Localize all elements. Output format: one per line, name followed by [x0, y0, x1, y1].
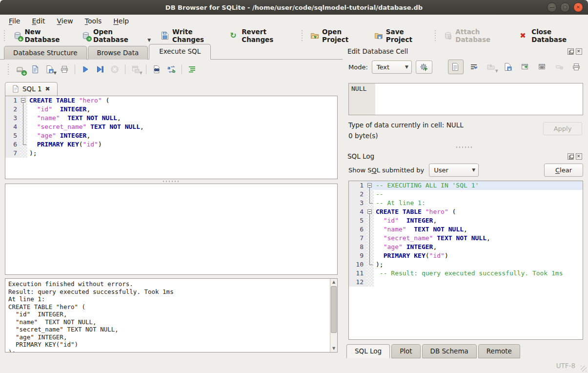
- printer-icon: [572, 62, 581, 71]
- set-link-button[interactable]: [535, 60, 549, 74]
- dock-tab-plot[interactable]: Plot: [391, 344, 420, 358]
- menu-file[interactable]: File: [3, 16, 26, 26]
- line-number: 6: [349, 225, 366, 234]
- menu-help[interactable]: Help: [107, 16, 135, 26]
- float-dock-icon[interactable]: [568, 153, 574, 160]
- dock-tab-remote[interactable]: Remote: [478, 344, 520, 358]
- open-project-button[interactable]: Open Project: [305, 26, 369, 45]
- cell-editor[interactable]: NULL: [348, 83, 583, 115]
- toolbar-drag-handle[interactable]: [301, 30, 304, 41]
- find-icon: [152, 65, 161, 74]
- text-mode-button[interactable]: [448, 60, 464, 74]
- maximize-button[interactable]: ▢: [560, 2, 570, 12]
- line-number: 11: [349, 269, 366, 278]
- word-wrap-button[interactable]: [467, 60, 481, 74]
- minimize-button[interactable]: —: [547, 2, 557, 12]
- execution-message-pane[interactable]: Execution finished without errors. Resul…: [5, 278, 338, 352]
- fold-margin: [366, 190, 374, 199]
- export-file-button[interactable]: [501, 60, 515, 74]
- code-line: 4 "secret_name" TEXT NOT NULL,: [5, 123, 337, 131]
- revert-changes-button[interactable]: ↻Revert Changes: [225, 26, 298, 45]
- auto-format-button[interactable]: [186, 63, 199, 76]
- sql-log-view[interactable]: 1-- EXECUTING ALL IN 'SQL 1'2--3-- At li…: [348, 181, 583, 340]
- fold-collapse-icon[interactable]: [21, 98, 25, 103]
- menu-view[interactable]: View: [51, 16, 79, 26]
- mode-value: Text: [377, 63, 389, 71]
- submitted-by-combobox[interactable]: User ▼: [429, 164, 479, 177]
- save-icon: [161, 31, 169, 40]
- open-database-button[interactable]: ➜Open Database▼: [77, 26, 156, 45]
- save-project-button[interactable]: Save Project: [369, 26, 432, 45]
- mode-combobox[interactable]: Text ▼: [372, 61, 412, 74]
- find-button[interactable]: [150, 63, 163, 76]
- menu-tools[interactable]: Tools: [79, 16, 108, 26]
- execute-current-line-button[interactable]: [94, 63, 106, 76]
- scrollbar[interactable]: ▲ ▼: [330, 279, 337, 352]
- results-grid-pane[interactable]: [5, 184, 338, 275]
- toolbar-drag-handle[interactable]: [3, 30, 6, 41]
- open-external-button[interactable]: [518, 60, 532, 74]
- new-sql-tab-button[interactable]: +: [14, 63, 27, 76]
- scrollbar-thumb[interactable]: [331, 286, 337, 333]
- float-dock-icon[interactable]: [568, 48, 574, 55]
- find-replace-button[interactable]: ab: [165, 63, 178, 76]
- write-changes-button[interactable]: Write Changes: [156, 26, 225, 45]
- code-line: 7);: [5, 149, 337, 158]
- fold-margin[interactable]: [366, 181, 374, 190]
- editor-results-splitter[interactable]: [5, 179, 338, 184]
- scroll-up-icon[interactable]: ▲: [330, 279, 337, 286]
- sql-editor[interactable]: 1CREATE TABLE "hero" (2 "id" INTEGER,3 "…: [5, 96, 338, 179]
- print-sql-button[interactable]: [58, 63, 71, 76]
- dock-splitter[interactable]: [345, 144, 583, 150]
- dock-tab-sql-log[interactable]: SQL Log: [346, 344, 390, 358]
- toolbar-drag-handle[interactable]: [7, 64, 10, 75]
- database-new-icon: +: [13, 31, 22, 40]
- database-attach-icon: [444, 31, 452, 40]
- app-window: DB Browser for SQLite - /home/user/code/…: [0, 0, 588, 373]
- save-sql-file-button[interactable]: ▼: [43, 63, 56, 76]
- apply-label: Apply: [554, 125, 572, 132]
- clear-log-button[interactable]: Clear: [544, 164, 583, 177]
- code-text: -- EXECUTING ALL IN 'SQL 1': [374, 181, 583, 190]
- code-text: [374, 278, 583, 287]
- fold-line: [23, 131, 23, 140]
- tab-browse-data[interactable]: Browse Data: [88, 46, 148, 60]
- resize-grip[interactable]: [581, 366, 587, 372]
- close-button[interactable]: ✕: [573, 2, 583, 12]
- execute-all-button[interactable]: [79, 63, 92, 76]
- fold-margin[interactable]: [20, 96, 27, 105]
- close-dock-icon[interactable]: [576, 153, 582, 160]
- edit-cell-toolbar: Mode: Text ▼ ▼: [345, 57, 583, 77]
- fold-margin: [366, 269, 374, 278]
- dock-tab-db-schema[interactable]: DB Schema: [422, 344, 477, 358]
- scroll-down-icon[interactable]: ▼: [330, 345, 337, 352]
- sql-tab-sql1[interactable]: SQL 1 ✖: [5, 82, 58, 96]
- chevron-down-icon: ▼: [405, 64, 408, 69]
- window-controls: —▢✕: [547, 2, 583, 12]
- open-sql-file-button[interactable]: [29, 63, 41, 76]
- menu-edit[interactable]: Edit: [26, 16, 51, 26]
- new-database-button[interactable]: +New Database: [8, 26, 77, 45]
- code-text: "age" INTEGER,: [374, 243, 583, 251]
- close-dock-icon[interactable]: [576, 48, 582, 55]
- chevron-down-icon[interactable]: ▼: [147, 38, 151, 43]
- play-line-icon: [96, 65, 104, 74]
- stop-execution-button: [108, 63, 121, 76]
- fold-collapse-icon[interactable]: [367, 209, 372, 214]
- toolbar-drag-handle[interactable]: [434, 30, 437, 41]
- line-number: 8: [349, 243, 366, 251]
- code-line: 11 -- Result: query executed successfull…: [349, 269, 583, 278]
- print-cell-button[interactable]: [569, 60, 583, 74]
- fold-margin[interactable]: [366, 207, 374, 216]
- folder-save-icon: [374, 31, 383, 40]
- toolbar-separator: [75, 64, 75, 74]
- sql-log-title: SQL Log: [347, 152, 374, 160]
- tab-database-structure[interactable]: Database Structure: [4, 46, 87, 60]
- code-line: 6 "name" TEXT NOT NULL,: [349, 225, 583, 234]
- close-database-button[interactable]: ✖Close Database: [515, 26, 587, 45]
- tab-execute-sql[interactable]: Execute SQL: [149, 44, 211, 60]
- fold-collapse-icon[interactable]: [367, 183, 372, 187]
- close-tab-icon[interactable]: ✖: [45, 85, 50, 92]
- auto-switch-mode-button[interactable]: [416, 61, 432, 74]
- play-icon: [81, 65, 90, 74]
